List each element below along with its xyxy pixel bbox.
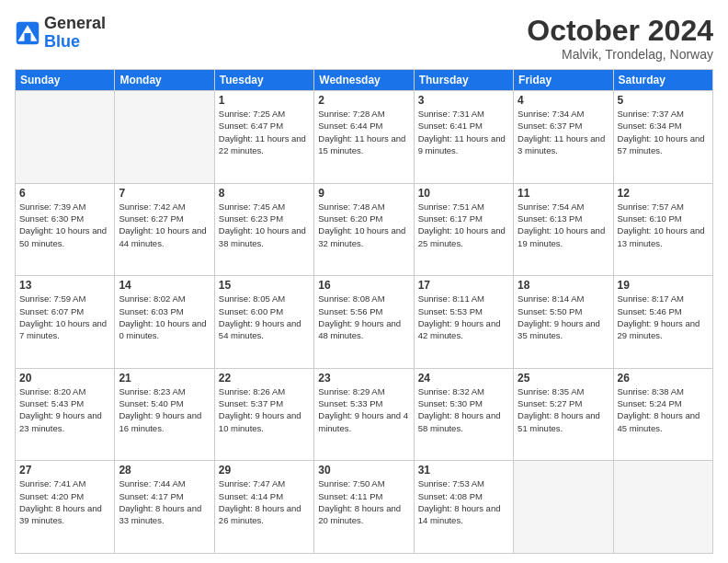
day-number: 7 [119, 187, 210, 200]
logo-icon [15, 20, 40, 46]
day-cell: 21Sunrise: 8:23 AMSunset: 5:40 PMDayligh… [115, 368, 214, 461]
day-info: Sunrise: 7:53 AMSunset: 4:08 PMDaylight:… [418, 477, 509, 526]
day-info: Sunrise: 7:54 AMSunset: 6:13 PMDaylight:… [518, 201, 609, 249]
day-number: 26 [618, 372, 709, 385]
day-number: 13 [19, 279, 110, 292]
location: Malvik, Trondelag, Norway [527, 47, 713, 62]
weekday-header-friday: Friday [514, 70, 613, 91]
day-cell: 31Sunrise: 7:53 AMSunset: 4:08 PMDayligh… [414, 461, 513, 554]
day-cell: 11Sunrise: 7:54 AMSunset: 6:13 PMDayligh… [514, 183, 613, 276]
day-number: 27 [19, 464, 110, 477]
day-number: 25 [518, 372, 609, 385]
weekday-header-sunday: Sunday [16, 70, 115, 91]
day-info: Sunrise: 7:51 AMSunset: 6:17 PMDaylight:… [418, 201, 509, 249]
day-cell: 12Sunrise: 7:57 AMSunset: 6:10 PMDayligh… [613, 183, 712, 276]
day-cell: 14Sunrise: 8:02 AMSunset: 6:03 PMDayligh… [115, 276, 214, 369]
day-info: Sunrise: 7:34 AMSunset: 6:37 PMDaylight:… [518, 108, 609, 156]
day-number: 11 [518, 187, 609, 200]
day-cell: 16Sunrise: 8:08 AMSunset: 5:56 PMDayligh… [314, 276, 414, 369]
logo: General Blue [15, 15, 106, 52]
day-number: 8 [219, 187, 310, 200]
day-info: Sunrise: 7:47 AMSunset: 4:14 PMDaylight:… [219, 477, 310, 526]
day-cell: 4Sunrise: 7:34 AMSunset: 6:37 PMDaylight… [514, 91, 613, 184]
weekday-header-monday: Monday [115, 70, 214, 91]
day-number: 9 [318, 187, 409, 200]
day-number: 6 [19, 187, 110, 200]
day-number: 22 [219, 372, 310, 385]
day-cell: 30Sunrise: 7:50 AMSunset: 4:11 PMDayligh… [314, 461, 414, 554]
day-number: 19 [618, 279, 709, 292]
day-info: Sunrise: 7:42 AMSunset: 6:27 PMDaylight:… [119, 201, 210, 249]
day-info: Sunrise: 7:37 AMSunset: 6:34 PMDaylight:… [618, 108, 709, 156]
day-info: Sunrise: 7:44 AMSunset: 4:17 PMDaylight:… [119, 477, 210, 526]
day-number: 30 [318, 464, 409, 477]
day-cell: 5Sunrise: 7:37 AMSunset: 6:34 PMDaylight… [613, 91, 712, 184]
day-info: Sunrise: 7:50 AMSunset: 4:11 PMDaylight:… [318, 477, 409, 526]
day-cell: 2Sunrise: 7:28 AMSunset: 6:44 PMDaylight… [314, 91, 414, 184]
logo-blue: Blue [44, 32, 80, 51]
day-number: 17 [418, 279, 509, 292]
day-info: Sunrise: 8:02 AMSunset: 6:03 PMDaylight:… [119, 293, 210, 341]
day-number: 1 [219, 94, 310, 107]
day-cell: 26Sunrise: 8:38 AMSunset: 5:24 PMDayligh… [613, 368, 712, 461]
day-number: 14 [119, 279, 210, 292]
day-cell: 13Sunrise: 7:59 AMSunset: 6:07 PMDayligh… [16, 276, 115, 369]
day-info: Sunrise: 7:31 AMSunset: 6:41 PMDaylight:… [418, 108, 509, 156]
day-cell: 9Sunrise: 7:48 AMSunset: 6:20 PMDaylight… [314, 183, 414, 276]
day-number: 21 [119, 372, 210, 385]
week-row-4: 27Sunrise: 7:41 AMSunset: 4:20 PMDayligh… [16, 461, 713, 554]
day-info: Sunrise: 7:28 AMSunset: 6:44 PMDaylight:… [318, 108, 409, 156]
week-row-2: 13Sunrise: 7:59 AMSunset: 6:07 PMDayligh… [16, 276, 713, 369]
day-cell: 1Sunrise: 7:25 AMSunset: 6:47 PMDaylight… [214, 91, 313, 184]
day-cell [16, 91, 115, 184]
day-number: 10 [418, 187, 509, 200]
day-number: 31 [418, 464, 509, 477]
day-info: Sunrise: 8:08 AMSunset: 5:56 PMDaylight:… [318, 293, 409, 341]
day-cell: 6Sunrise: 7:39 AMSunset: 6:30 PMDaylight… [16, 183, 115, 276]
title-block: October 2024 Malvik, Trondelag, Norway [527, 15, 713, 62]
day-cell: 7Sunrise: 7:42 AMSunset: 6:27 PMDaylight… [115, 183, 214, 276]
day-info: Sunrise: 8:23 AMSunset: 5:40 PMDaylight:… [119, 385, 210, 434]
week-row-3: 20Sunrise: 8:20 AMSunset: 5:43 PMDayligh… [16, 368, 713, 461]
day-number: 15 [219, 279, 310, 292]
day-cell [613, 461, 712, 554]
day-number: 2 [318, 94, 409, 107]
day-info: Sunrise: 7:59 AMSunset: 6:07 PMDaylight:… [19, 293, 110, 341]
weekday-header-thursday: Thursday [414, 70, 513, 91]
day-info: Sunrise: 8:11 AMSunset: 5:53 PMDaylight:… [418, 293, 509, 341]
day-info: Sunrise: 7:41 AMSunset: 4:20 PMDaylight:… [19, 477, 110, 526]
day-info: Sunrise: 8:26 AMSunset: 5:37 PMDaylight:… [219, 385, 310, 434]
day-number: 18 [518, 279, 609, 292]
day-cell: 22Sunrise: 8:26 AMSunset: 5:37 PMDayligh… [214, 368, 313, 461]
day-info: Sunrise: 8:20 AMSunset: 5:43 PMDaylight:… [19, 385, 110, 434]
day-cell: 3Sunrise: 7:31 AMSunset: 6:41 PMDaylight… [414, 91, 513, 184]
day-info: Sunrise: 8:05 AMSunset: 6:00 PMDaylight:… [219, 293, 310, 341]
logo-text: General Blue [44, 15, 106, 52]
weekday-header-wednesday: Wednesday [314, 70, 414, 91]
day-cell: 8Sunrise: 7:45 AMSunset: 6:23 PMDaylight… [214, 183, 313, 276]
day-number: 16 [318, 279, 409, 292]
day-number: 5 [618, 94, 709, 107]
day-number: 3 [418, 94, 509, 107]
day-info: Sunrise: 7:48 AMSunset: 6:20 PMDaylight:… [318, 201, 409, 249]
header: General Blue October 2024 Malvik, Tronde… [15, 15, 713, 62]
day-info: Sunrise: 7:45 AMSunset: 6:23 PMDaylight:… [219, 201, 310, 249]
day-cell: 15Sunrise: 8:05 AMSunset: 6:00 PMDayligh… [214, 276, 313, 369]
day-cell: 23Sunrise: 8:29 AMSunset: 5:33 PMDayligh… [314, 368, 414, 461]
day-number: 29 [219, 464, 310, 477]
day-cell: 29Sunrise: 7:47 AMSunset: 4:14 PMDayligh… [214, 461, 313, 554]
day-info: Sunrise: 8:29 AMSunset: 5:33 PMDaylight:… [318, 385, 409, 434]
day-cell [115, 91, 214, 184]
day-info: Sunrise: 7:25 AMSunset: 6:47 PMDaylight:… [219, 108, 310, 156]
day-cell: 17Sunrise: 8:11 AMSunset: 5:53 PMDayligh… [414, 276, 513, 369]
day-cell: 20Sunrise: 8:20 AMSunset: 5:43 PMDayligh… [16, 368, 115, 461]
day-number: 24 [418, 372, 509, 385]
calendar-table: SundayMondayTuesdayWednesdayThursdayFrid… [15, 69, 713, 554]
day-number: 23 [318, 372, 409, 385]
day-info: Sunrise: 7:57 AMSunset: 6:10 PMDaylight:… [618, 201, 709, 249]
day-cell: 19Sunrise: 8:17 AMSunset: 5:46 PMDayligh… [613, 276, 712, 369]
weekday-header-tuesday: Tuesday [214, 70, 313, 91]
svg-rect-2 [25, 33, 31, 43]
week-row-0: 1Sunrise: 7:25 AMSunset: 6:47 PMDaylight… [16, 91, 713, 184]
day-info: Sunrise: 8:17 AMSunset: 5:46 PMDaylight:… [618, 293, 709, 341]
